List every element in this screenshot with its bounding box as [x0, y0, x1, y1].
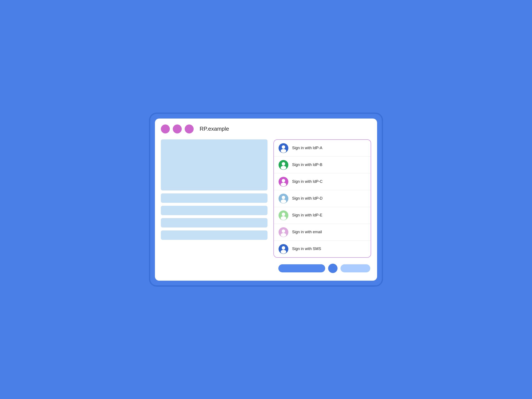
- browser-inner: RP.example S: [155, 119, 377, 281]
- main-content: Sign in with IdP-A Sign in with IdP-B: [161, 139, 371, 258]
- avatar-icon-idp-b: [279, 160, 288, 170]
- svg-point-10: [282, 196, 285, 199]
- sign-in-option-idp-a[interactable]: Sign in with IdP-A: [274, 140, 371, 157]
- bottom-pill-secondary[interactable]: [341, 264, 370, 272]
- sign-in-label-idp-e: Sign in with IdP-E: [292, 213, 322, 217]
- content-block-small-4: [161, 230, 267, 240]
- dot-1: [161, 125, 170, 133]
- sign-in-label-idp-c: Sign in with IdP-C: [292, 179, 323, 184]
- svg-point-7: [282, 179, 285, 182]
- sign-in-option-idp-e[interactable]: Sign in with IdP-E: [274, 207, 371, 224]
- left-panel: [161, 139, 267, 240]
- content-block-large: [161, 139, 267, 190]
- title-dots: [161, 125, 194, 133]
- svg-point-16: [282, 229, 285, 233]
- svg-point-8: [281, 183, 286, 186]
- browser-frame: RP.example S: [149, 113, 383, 287]
- sign-in-label-idp-a: Sign in with IdP-A: [292, 146, 322, 150]
- svg-point-4: [282, 162, 285, 165]
- bottom-pill-main[interactable]: [278, 264, 325, 272]
- dot-3: [185, 125, 194, 133]
- avatar-icon-idp-d: [279, 194, 288, 203]
- svg-point-20: [281, 250, 286, 254]
- site-name: RP.example: [200, 126, 229, 132]
- avatar-icon-sms: [279, 244, 288, 254]
- svg-point-11: [281, 199, 286, 203]
- sign-in-label-email: Sign in with email: [292, 230, 322, 234]
- sign-in-option-sms[interactable]: Sign in with SMS: [274, 241, 371, 257]
- sign-in-option-idp-c[interactable]: Sign in with IdP-C: [274, 173, 371, 190]
- avatar-icon-idp-e: [279, 210, 288, 220]
- svg-point-2: [281, 149, 286, 153]
- svg-point-13: [282, 213, 285, 216]
- sign-in-option-idp-b[interactable]: Sign in with IdP-B: [274, 157, 371, 173]
- sign-in-panel: Sign in with IdP-A Sign in with IdP-B: [273, 139, 371, 258]
- avatar-icon-idp-c: [279, 177, 288, 187]
- svg-point-1: [282, 145, 285, 149]
- svg-point-19: [282, 246, 285, 250]
- title-bar: RP.example: [161, 125, 371, 133]
- dot-2: [173, 125, 182, 133]
- content-block-small-1: [161, 193, 267, 203]
- content-block-small-3: [161, 218, 267, 228]
- svg-point-5: [281, 166, 286, 170]
- bottom-bar: [161, 264, 371, 273]
- sign-in-label-idp-b: Sign in with IdP-B: [292, 163, 322, 167]
- avatar-icon-email: [279, 227, 288, 237]
- sign-in-label-idp-d: Sign in with IdP-D: [292, 196, 323, 201]
- bottom-circle[interactable]: [328, 264, 337, 273]
- sign-in-option-idp-d[interactable]: Sign in with IdP-D: [274, 190, 371, 207]
- svg-point-17: [281, 233, 286, 237]
- content-block-small-2: [161, 206, 267, 215]
- svg-point-14: [281, 216, 286, 220]
- sign-in-option-email[interactable]: Sign in with email: [274, 224, 371, 241]
- avatar-icon-idp-a: [279, 143, 288, 153]
- sign-in-label-sms: Sign in with SMS: [292, 247, 321, 251]
